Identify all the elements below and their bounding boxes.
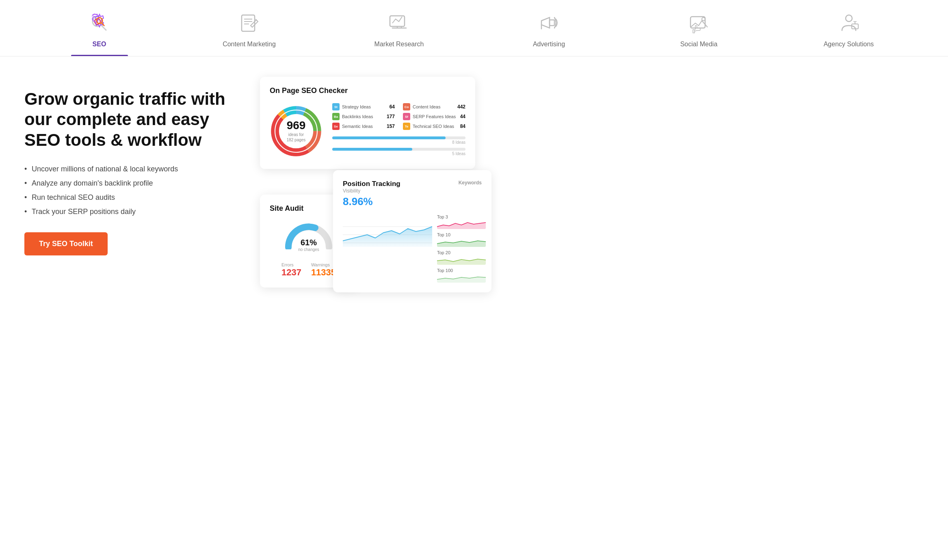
tab-content-marketing-label: Content Marketing (223, 41, 276, 48)
errors-value: 1237 (281, 267, 301, 278)
seo-icon (88, 12, 111, 35)
tab-seo-label: SEO (93, 41, 106, 48)
kw-top100: Top 100 (437, 268, 486, 283)
errors-label: Errors (281, 262, 301, 267)
keywords-list: Top 3 Top 10 (437, 214, 486, 283)
tab-content-marketing[interactable]: Content Marketing (221, 12, 278, 56)
legend-serp: Sf SERP Features Ideas 44 (403, 113, 465, 120)
kw-top20: Top 20 (437, 250, 486, 265)
panel-seo-title: On Page SEO Checker (270, 86, 465, 95)
legend-technical: Te Technical SEO Ideas 84 (403, 123, 465, 130)
tab-social-media-label: Social Media (680, 41, 718, 48)
area-chart (343, 214, 432, 253)
legend-backlinks: Ba Backlinks Ideas 177 (332, 113, 395, 120)
nav-tabs: SEO Content Marketing (0, 0, 948, 56)
tab-agency-solutions[interactable]: Agency Solutions (820, 12, 877, 56)
badge-st: St (332, 103, 340, 110)
warnings-label: Warnings (311, 262, 336, 267)
market-research-icon (388, 12, 411, 35)
badge-co: Co (403, 103, 410, 110)
kw-top3: Top 3 (437, 214, 486, 229)
visibility-label: Visibility (343, 188, 400, 194)
badge-te: Te (403, 123, 410, 130)
donut-number: 969 (287, 120, 306, 131)
keywords-label: Keywords (459, 180, 482, 186)
content-marketing-icon (238, 12, 261, 35)
panel-seo-checker: On Page SEO Checker (260, 77, 475, 169)
legend-strategy: St Strategy Ideas 64 (332, 103, 395, 110)
tab-market-research[interactable]: Market Research (371, 12, 428, 56)
tab-social-media[interactable]: Social Media (671, 12, 727, 56)
tab-agency-solutions-label: Agency Solutions (824, 41, 874, 48)
seo-progress-bars: 8 Ideas 5 Ideas (332, 136, 465, 156)
warnings-value: 11335 (311, 267, 336, 278)
gauge-sub: no changes (298, 247, 319, 252)
bullet-4: Track your SERP positions daily (24, 208, 236, 216)
bullet-1: Uncover millions of national & local key… (24, 165, 236, 173)
svg-rect-10 (390, 16, 405, 26)
panel-position-tracking: Position Tracking Visibility 8.96% Keywo… (333, 170, 491, 292)
cta-button[interactable]: Try SEO Toolkit (24, 232, 108, 255)
tab-advertising-label: Advertising (533, 41, 565, 48)
main-content: Grow organic traffic with our complete a… (0, 56, 948, 308)
hero-headline: Grow organic traffic with our complete a… (24, 89, 236, 150)
tracking-title: Position Tracking (343, 180, 400, 188)
hero-section: Grow organic traffic with our complete a… (24, 81, 236, 255)
visibility-pct: 8.96% (343, 195, 400, 208)
gauge-pct: 61% (298, 238, 319, 247)
advertising-icon (538, 12, 561, 35)
badge-sf: Sf (403, 113, 410, 120)
svg-rect-14 (550, 20, 554, 26)
hero-bullets: Uncover millions of national & local key… (24, 165, 236, 216)
badge-se: Se (332, 123, 340, 130)
donut-sub: ideas for182 pages (287, 132, 306, 143)
legend-content: Co Content Ideas 442 (403, 103, 465, 110)
agency-solutions-icon (838, 12, 860, 35)
bullet-2: Analyze any domain's backlink profile (24, 179, 236, 188)
legend-semantic: Se Semantic Ideas 157 (332, 123, 395, 130)
social-media-icon (688, 12, 710, 35)
dashboard-panels: On Page SEO Checker (260, 77, 924, 288)
tab-advertising[interactable]: Advertising (521, 12, 578, 56)
kw-top10: Top 10 (437, 232, 486, 247)
tab-market-research-label: Market Research (374, 41, 424, 48)
tab-seo[interactable]: SEO (71, 12, 128, 56)
seo-donut-chart: 969 ideas for182 pages (270, 105, 322, 158)
svg-point-18 (846, 15, 852, 22)
bullet-3: Run technical SEO audits (24, 193, 236, 202)
badge-ba: Ba (332, 113, 340, 120)
seo-legend: St Strategy Ideas 64 Co Content Ideas 44… (332, 103, 465, 130)
